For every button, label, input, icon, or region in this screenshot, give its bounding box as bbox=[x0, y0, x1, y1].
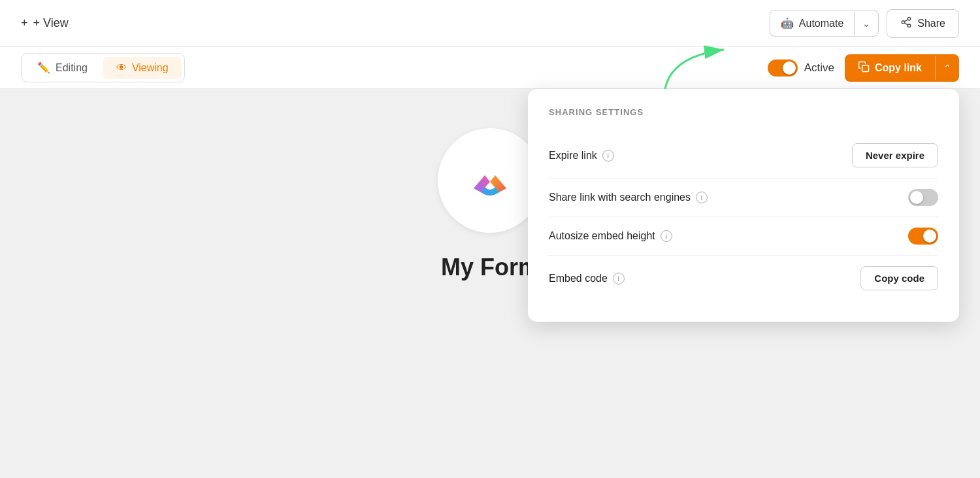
expire-link-info-icon[interactable]: i bbox=[602, 150, 614, 162]
sharing-panel: SHARING SETTINGS Expire link i Never exp… bbox=[528, 89, 959, 322]
svg-line-3 bbox=[905, 23, 908, 25]
embed-code-info-icon[interactable]: i bbox=[613, 273, 625, 284]
view-tabs: ✏️ Editing 👁 Viewing bbox=[21, 53, 185, 82]
svg-rect-5 bbox=[862, 65, 869, 71]
robot-icon: 🤖 bbox=[781, 17, 794, 29]
search-engines-info-icon[interactable]: i bbox=[696, 192, 708, 203]
top-bar: + + View 🤖 Automate ⌄ Share bbox=[0, 0, 980, 47]
eye-icon: 👁 bbox=[116, 62, 127, 74]
expire-link-row: Expire link i Never expire bbox=[549, 133, 938, 179]
copy-link-chevron-icon[interactable]: ⌃ bbox=[935, 56, 959, 80]
sharing-settings-title: SHARING SETTINGS bbox=[549, 107, 938, 117]
copy-link-label: Copy link bbox=[875, 62, 922, 74]
expire-link-label: Expire link bbox=[549, 150, 597, 162]
automate-button[interactable]: 🤖 Automate ⌄ bbox=[770, 10, 879, 37]
share-icon bbox=[900, 16, 912, 31]
active-toggle[interactable] bbox=[768, 60, 798, 77]
add-view-label: + View bbox=[33, 16, 69, 30]
chevron-down-icon[interactable]: ⌄ bbox=[854, 12, 878, 35]
sub-bar: ✏️ Editing 👁 Viewing Active Copy link bbox=[0, 47, 980, 89]
autosize-info-icon[interactable]: i bbox=[661, 230, 672, 242]
active-area: Active bbox=[768, 60, 834, 77]
copy-link-icon bbox=[858, 61, 870, 75]
share-label: Share bbox=[917, 18, 945, 29]
editing-tab[interactable]: ✏️ Editing bbox=[24, 56, 101, 79]
automate-main: 🤖 Automate bbox=[770, 10, 854, 36]
top-bar-right: 🤖 Automate ⌄ Share bbox=[770, 9, 959, 38]
embed-code-row: Embed code i Copy code bbox=[549, 256, 938, 301]
automate-label: Automate bbox=[799, 18, 843, 29]
sub-bar-right: Active Copy link ⌃ bbox=[768, 54, 959, 82]
expire-link-label-area: Expire link i bbox=[549, 150, 614, 162]
add-view-button[interactable]: + + View bbox=[21, 16, 69, 30]
autosize-label: Autosize embed height bbox=[549, 230, 655, 242]
search-engines-label-area: Share link with search engines i bbox=[549, 192, 708, 203]
add-icon: + bbox=[21, 16, 28, 30]
copy-link-main: Copy link bbox=[845, 54, 935, 82]
autosize-toggle[interactable] bbox=[908, 228, 938, 245]
autosize-row: Autosize embed height i bbox=[549, 217, 938, 256]
embed-code-label-area: Embed code i bbox=[549, 273, 625, 284]
autosize-label-area: Autosize embed height i bbox=[549, 230, 672, 242]
main-content: My Form SHARING SETTINGS Expire link i N… bbox=[0, 89, 980, 478]
search-engines-label: Share link with search engines bbox=[549, 192, 691, 203]
form-logo bbox=[438, 128, 542, 233]
copy-link-button[interactable]: Copy link ⌃ bbox=[845, 54, 959, 82]
editing-label: Editing bbox=[56, 62, 88, 74]
svg-line-4 bbox=[905, 19, 908, 21]
viewing-label: Viewing bbox=[132, 62, 169, 74]
viewing-tab[interactable]: 👁 Viewing bbox=[103, 57, 182, 79]
form-title: My Form bbox=[441, 254, 539, 281]
search-engines-row: Share link with search engines i bbox=[549, 179, 938, 217]
search-engines-toggle[interactable] bbox=[908, 189, 938, 206]
embed-code-label: Embed code bbox=[549, 273, 608, 284]
share-button[interactable]: Share bbox=[887, 9, 959, 38]
pencil-icon: ✏️ bbox=[37, 61, 50, 74]
active-label: Active bbox=[804, 61, 834, 75]
never-expire-button[interactable]: Never expire bbox=[852, 143, 938, 167]
copy-code-button[interactable]: Copy code bbox=[860, 266, 938, 290]
